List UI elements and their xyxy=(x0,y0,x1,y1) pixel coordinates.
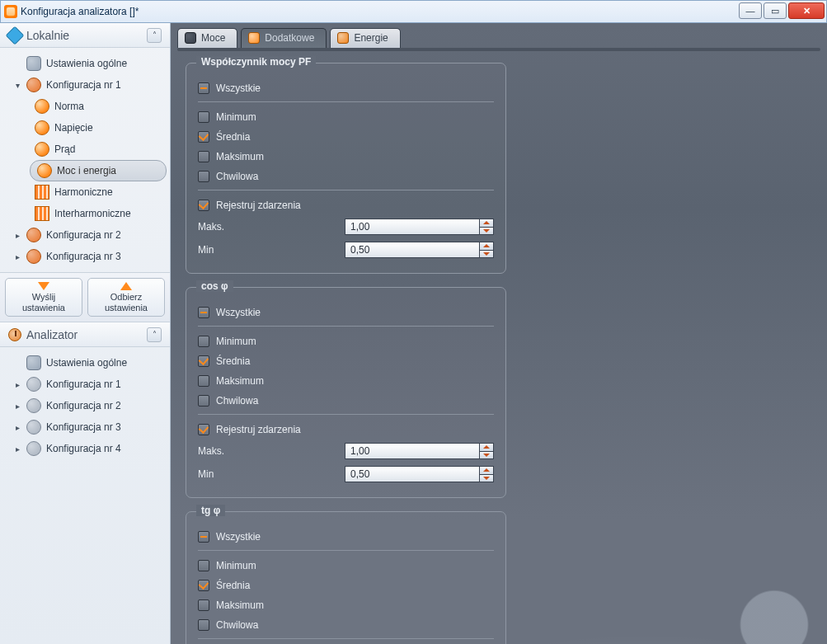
pf-min-checkbox[interactable]: Minimum xyxy=(198,107,494,127)
tree-an-config-1[interactable]: ▸ Konfiguracja nr 1 xyxy=(8,374,167,395)
checkbox-icon xyxy=(198,151,209,162)
maximize-button[interactable]: ▭ xyxy=(764,2,787,19)
send-settings-button[interactable]: Wyślij ustawienia xyxy=(5,278,82,317)
harmonics-icon xyxy=(35,185,49,200)
pf-min-spin-down[interactable] xyxy=(479,250,494,259)
dial-icon xyxy=(8,328,21,341)
current-icon xyxy=(35,142,49,157)
cos-avg-checkbox[interactable]: Średnia xyxy=(198,351,494,371)
cos-max-input[interactable] xyxy=(345,443,479,459)
content-area: Moce Dodatkowe Energie Współczynnik mocy… xyxy=(171,23,827,644)
checkbox-icon xyxy=(198,355,209,367)
download-icon xyxy=(38,282,49,290)
pf-min-label: Min xyxy=(198,244,338,256)
checkbox-icon xyxy=(198,599,209,611)
tree-item-norma[interactable]: Norma xyxy=(30,96,167,117)
cos-max-label: Maks. xyxy=(198,445,338,457)
pf-inst-checkbox[interactable]: Chwilowa xyxy=(198,167,494,186)
tree-item-config-1[interactable]: ▾ Konfiguracja nr 1 xyxy=(8,74,167,96)
sidebar-local-header[interactable]: Lokalnie ˄ xyxy=(0,23,170,48)
group-cos: cos φ Wszystkie Minimum Średnia Maksimum… xyxy=(186,287,506,498)
cos-all-checkbox[interactable]: Wszystkie xyxy=(198,303,494,322)
checkbox-icon xyxy=(198,424,209,435)
cos-min-input[interactable] xyxy=(345,466,479,482)
collapse-local-button[interactable]: ˄ xyxy=(147,28,162,43)
tg-max-checkbox[interactable]: Maksimum xyxy=(198,595,494,615)
tree-item-general-settings[interactable]: Ustawienia ogólne xyxy=(8,53,167,74)
tg-min-checkbox[interactable]: Minimum xyxy=(198,556,494,576)
close-button[interactable] xyxy=(788,2,825,19)
gear-icon xyxy=(26,355,41,370)
checkbox-icon xyxy=(198,336,209,347)
checkbox-icon xyxy=(198,619,209,631)
tab-bar: Moce Dodatkowe Energie xyxy=(171,23,827,48)
cos-min-checkbox[interactable]: Minimum xyxy=(198,331,494,351)
config-icon xyxy=(26,377,41,392)
checkbox-icon xyxy=(198,111,209,123)
checkbox-icon xyxy=(198,560,209,571)
tree-item-power-energy[interactable]: Moc i energia xyxy=(30,160,167,181)
group-cos-legend: cos φ xyxy=(196,280,233,292)
pf-min-input[interactable] xyxy=(345,242,479,258)
pf-max-label: Maks. xyxy=(198,221,338,233)
tree-analyzer: Ustawienia ogólne ▸ Konfiguracja nr 1 ▸ … xyxy=(0,347,170,644)
tree-an-config-4[interactable]: ▸ Konfiguracja nr 4 xyxy=(8,438,167,459)
pf-min-spin-up[interactable] xyxy=(479,242,494,250)
minimize-button[interactable]: — xyxy=(739,2,762,19)
checkbox-icon xyxy=(198,131,209,143)
tree-item-current[interactable]: Prąd xyxy=(30,139,167,160)
tree-an-config-2[interactable]: ▸ Konfiguracja nr 2 xyxy=(8,395,167,416)
cos-max-spin-up[interactable] xyxy=(479,443,494,451)
tree-item-harmonics[interactable]: Harmoniczne xyxy=(30,181,167,203)
tg-inst-checkbox[interactable]: Chwilowa xyxy=(198,615,494,635)
tree-an-general[interactable]: Ustawienia ogólne xyxy=(8,352,167,374)
sidebar-local-title: Lokalnie xyxy=(26,29,69,42)
pf-avg-checkbox[interactable]: Średnia xyxy=(198,127,494,147)
tree-item-voltage[interactable]: Napięcie xyxy=(30,117,167,139)
norm-icon xyxy=(35,99,49,114)
tab-energie[interactable]: Energie xyxy=(330,28,400,48)
cos-inst-checkbox[interactable]: Chwilowa xyxy=(198,391,494,411)
tree-an-config-3[interactable]: ▸ Konfiguracja nr 3 xyxy=(8,416,167,438)
tab-moce[interactable]: Moce xyxy=(177,28,237,48)
cos-max-checkbox[interactable]: Maksimum xyxy=(198,371,494,391)
cos-record-events-checkbox[interactable]: Rejestruj zdarzenia xyxy=(198,420,494,440)
tab-energie-icon xyxy=(337,32,349,44)
window-title: Konfiguracja analizatora []* xyxy=(21,6,139,17)
checkbox-icon xyxy=(198,200,209,211)
title-bar: Konfiguracja analizatora []* — ▭ xyxy=(0,0,827,23)
tg-avg-checkbox[interactable]: Średnia xyxy=(198,576,494,595)
group-pf: Współczynnik mocy PF Wszystkie Minimum Ś… xyxy=(186,63,506,274)
config-icon xyxy=(26,441,41,456)
config-icon xyxy=(26,228,41,242)
pf-max-checkbox[interactable]: Maksimum xyxy=(198,147,494,167)
tree-item-interharmonics[interactable]: Interharmoniczne xyxy=(30,203,167,224)
config-icon xyxy=(26,398,41,413)
cos-min-label: Min xyxy=(198,468,338,480)
sidebar-analyzer-title: Analizator xyxy=(26,328,78,341)
config-icon xyxy=(26,78,41,92)
pf-record-events-checkbox[interactable]: Rejestruj zdarzenia xyxy=(198,195,494,215)
tree-item-config-2[interactable]: ▸ Konfiguracja nr 2 xyxy=(8,224,167,246)
gear-icon xyxy=(26,56,41,71)
checkbox-icon xyxy=(198,307,209,318)
checkbox-icon xyxy=(198,531,209,543)
pf-max-spin-down[interactable] xyxy=(479,227,494,236)
interharmonics-icon xyxy=(35,206,49,221)
upload-icon xyxy=(120,282,132,290)
pf-max-input[interactable] xyxy=(345,219,479,235)
cos-max-spin-down[interactable] xyxy=(479,451,494,460)
cos-min-spin-up[interactable] xyxy=(479,466,494,474)
tree-item-config-3[interactable]: ▸ Konfiguracja nr 3 xyxy=(8,246,167,267)
pf-max-spin-up[interactable] xyxy=(479,219,494,227)
pf-all-checkbox[interactable]: Wszystkie xyxy=(198,78,494,98)
tg-all-checkbox[interactable]: Wszystkie xyxy=(198,527,494,547)
tree-local: Ustawienia ogólne ▾ Konfiguracja nr 1 No… xyxy=(0,48,170,272)
group-pf-legend: Współczynnik mocy PF xyxy=(196,56,316,68)
receive-settings-button[interactable]: Odbierz ustawienia xyxy=(87,278,165,317)
checkbox-icon xyxy=(198,375,209,387)
sidebar-analyzer-header[interactable]: Analizator ˄ xyxy=(0,322,170,347)
collapse-analyzer-button[interactable]: ˄ xyxy=(147,327,162,342)
tab-dodatkowe[interactable]: Dodatkowe xyxy=(241,28,327,48)
cos-min-spin-down[interactable] xyxy=(479,474,494,483)
